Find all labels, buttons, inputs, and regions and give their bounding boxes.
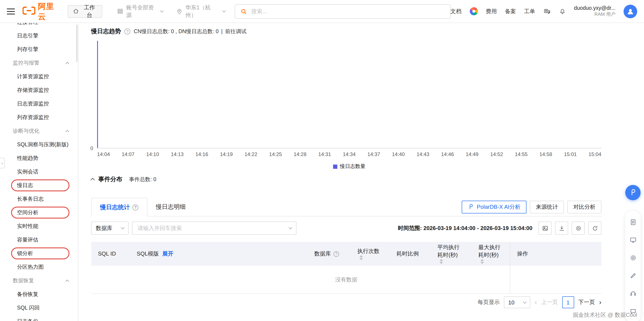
gear-icon[interactable] (625, 249, 640, 267)
settings-button[interactable] (572, 221, 585, 235)
collapse-chevron-icon[interactable] (90, 178, 95, 182)
username: duoduo.yxy@dr... (574, 5, 616, 12)
next-page-arrow[interactable]: › (599, 299, 602, 306)
nav-ticket[interactable]: 工单 (524, 7, 535, 15)
sidebar-item-label: 性能趋势 (17, 155, 38, 162)
legend-swatch (333, 164, 337, 168)
sidebar-item[interactable]: 日志引擎 (0, 29, 78, 42)
page-number-button[interactable]: 1 (562, 296, 574, 308)
keyword-search-combo[interactable] (132, 221, 296, 235)
x-tick-label: 14:58 (540, 151, 552, 157)
sidebar-item[interactable]: 列存引擎 (0, 42, 78, 56)
nav-icp[interactable]: 备案 (505, 7, 516, 15)
event-total: 事件总数: 0 (129, 176, 156, 183)
aliyun-logo-text: 阿里云 (38, 1, 61, 21)
ai-assistant-fab[interactable] (625, 185, 640, 200)
sort-icon[interactable] (440, 259, 443, 264)
pagination: 每页显示 10 ‹ 上一页 1 下一页 › (91, 296, 602, 308)
help-icon[interactable]: ? (124, 28, 130, 34)
go-debug-link[interactable]: 前往调试 (225, 28, 246, 35)
column-label: 执行次数 (357, 247, 380, 255)
tab-slow-log-stats[interactable]: 慢日志统计 ? (91, 198, 147, 216)
help-icon[interactable]: ? (132, 204, 138, 210)
sidebar-item[interactable]: 容量评估 (0, 233, 78, 247)
main-content: 慢日志趋势 ? CN慢日志总数: 0 , DN慢日志总数: 0 | 前往调试 0… (78, 23, 644, 321)
expand-link[interactable]: 展开 (162, 250, 173, 258)
database-select[interactable]: 数据库 (91, 221, 129, 235)
resource-scope-dropdown[interactable]: 账号全部资源 (117, 3, 163, 19)
watermark: 掘金技术社区 @ 数据Cool (573, 311, 637, 319)
sidebar-item[interactable]: SQL洞察与压测(新版) (0, 138, 78, 151)
chevron-down-icon (289, 226, 292, 229)
source-stats-button[interactable]: 来源统计 (530, 200, 564, 213)
x-tick-label: 14:37 (367, 151, 380, 157)
sidebar-item[interactable]: 长事务日志 (0, 192, 78, 206)
sidebar-scrollbar[interactable] (76, 25, 78, 62)
column-header[interactable]: 最大执行耗时(秒) (472, 242, 510, 266)
user-info[interactable]: duoduo.yxy@dr... RAM 用户 (574, 5, 616, 18)
polardb-icon (468, 204, 474, 210)
sidebar-item[interactable]: 慢日志 (0, 178, 78, 192)
product-menu-icon[interactable] (7, 8, 15, 14)
prev-page-arrow[interactable]: ‹ (535, 299, 537, 306)
sidebar-item[interactable]: 备份恢复 (0, 287, 78, 301)
sidebar-item[interactable]: 计算资源监控 (0, 70, 78, 83)
avatar[interactable] (624, 4, 637, 18)
sidebar-item[interactable]: 连接管理 (0, 23, 78, 29)
x-tick-label: 15:01 (564, 151, 577, 157)
sidebar-item[interactable]: 空间分析 (0, 206, 78, 219)
export-image-button[interactable] (538, 221, 552, 235)
x-tick-label: 14:31 (318, 151, 331, 157)
sidebar-item[interactable]: 锁分析 (0, 247, 78, 260)
per-page-select[interactable]: 10 (504, 296, 530, 308)
sort-icon[interactable] (360, 255, 363, 260)
sidebar-item[interactable]: 日志备份 (0, 315, 78, 321)
legend-label: 慢日志数量 (340, 163, 366, 170)
sidebar-item[interactable]: 列存资源监控 (0, 111, 78, 124)
nav-billing[interactable]: 费用 (486, 7, 497, 15)
keyword-search-input[interactable] (137, 224, 289, 232)
panel-expand-handle[interactable]: › (0, 158, 5, 168)
region-dropdown[interactable]: 华东1（杭州） (176, 3, 225, 19)
nav-docs[interactable]: 文档 (450, 7, 462, 15)
next-page-button[interactable]: 下一页 (578, 299, 595, 306)
sidebar-item[interactable]: 存储资源监控 (0, 83, 78, 97)
ai-analysis-label: PolarDB-X AI分析 (477, 203, 520, 211)
prev-page-button[interactable]: 上一页 (541, 299, 558, 306)
sidebar-item[interactable]: 日志资源监控 (0, 97, 78, 111)
monitor-icon[interactable] (625, 231, 640, 249)
ai-analysis-button[interactable]: PolarDB-X AI分析 (462, 200, 526, 213)
refresh-button[interactable] (588, 221, 602, 235)
compare-analysis-button[interactable]: 对比分析 (567, 200, 602, 213)
per-page-label: 每页显示 (478, 299, 500, 306)
sidebar-section[interactable]: 诊断与优化 (0, 124, 78, 138)
language-icon[interactable] (543, 8, 550, 15)
table-header: SQL IDSQL模版展开数据库?执行次数耗时比例平均执行耗时(秒)最大执行耗时… (91, 242, 602, 266)
sidebar-section[interactable]: 数据恢复 (0, 274, 78, 287)
column-label: SQL模版 (137, 250, 159, 258)
user-type: RAM 用户 (574, 12, 616, 18)
sidebar-item[interactable]: 实时性能 (0, 219, 78, 233)
edit-icon[interactable] (625, 267, 640, 285)
sidebar-item[interactable]: 分区热力图 (0, 260, 78, 274)
sidebar-item[interactable]: 实例会话 (0, 165, 78, 178)
sort-icon[interactable] (480, 259, 484, 264)
column-header[interactable]: 执行次数 (350, 242, 390, 266)
sidebar-item[interactable]: 性能趋势 (0, 151, 78, 165)
report-icon[interactable] (625, 213, 640, 231)
help-icon[interactable]: ? (334, 251, 339, 257)
global-search[interactable] (235, 4, 450, 18)
workbench-button[interactable]: 工作台 (68, 5, 102, 18)
sidebar-section[interactable]: 监控与报警 (0, 56, 78, 70)
download-button[interactable] (555, 221, 568, 235)
tab-slow-log-detail[interactable]: 慢日志明细 (147, 197, 194, 216)
sidebar-item[interactable]: SQL 闪回 (0, 301, 78, 315)
aliyun-logo[interactable]: 阿里云 (23, 1, 61, 21)
headset-icon[interactable] (625, 285, 640, 302)
bell-icon[interactable] (558, 8, 566, 15)
community-icon[interactable] (470, 7, 478, 15)
chevron-down-icon (222, 9, 226, 12)
column-header[interactable]: 平均执行耗时(秒) (430, 242, 472, 266)
global-search-input[interactable] (250, 8, 445, 15)
chart-legend[interactable]: 慢日志数量 (333, 163, 366, 170)
